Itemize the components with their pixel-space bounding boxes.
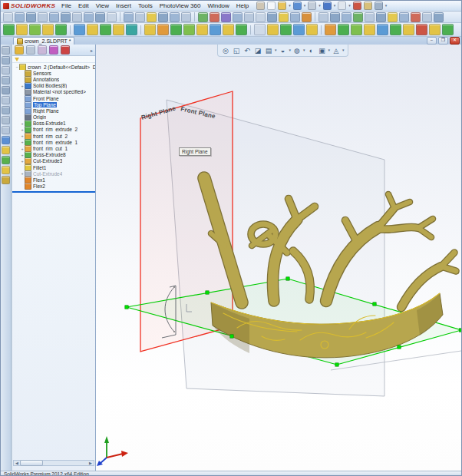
open-folder-icon[interactable]	[278, 2, 286, 10]
print-icon-caret[interactable]: ▾	[318, 2, 321, 9]
tree-item-front-rim-cut-2[interactable]: +front_rim_cut_2	[12, 133, 95, 139]
menu-insert[interactable]: Insert	[116, 2, 131, 9]
plane-tool-icon[interactable]	[318, 12, 328, 22]
scrollbar-thumb[interactable]	[20, 460, 43, 466]
fillet-icon[interactable]	[144, 24, 156, 35]
previous-view-icon[interactable]: ↶	[243, 46, 252, 55]
graphics-viewport[interactable]: ◎◱↶◪▤▾◒▾◍▾◐▣▾◬▾	[96, 45, 462, 471]
menu-tools[interactable]: Tools	[138, 2, 153, 9]
appearance-icon[interactable]	[442, 24, 454, 35]
tree-item-sensors[interactable]: Sensors	[12, 70, 95, 76]
boundary-boss-icon[interactable]	[55, 24, 67, 35]
curvature-icon[interactable]	[411, 12, 421, 22]
linear-pattern-icon[interactable]	[170, 24, 182, 35]
tree-item-top-plane[interactable]: Top Plane	[12, 101, 95, 107]
dimxpertmanager-tab[interactable]	[49, 45, 58, 55]
deform-icon[interactable]	[338, 24, 349, 35]
mirror-entities-icon[interactable]	[158, 12, 168, 22]
revolved-cut-icon[interactable]	[100, 24, 111, 35]
tree-item-cut-extrude3[interactable]: +Cut-Extrude3	[12, 158, 95, 164]
menu-photoview-360[interactable]: PhotoView 360	[160, 2, 201, 9]
print-icon[interactable]	[308, 2, 316, 10]
move-copy-body-icon[interactable]	[403, 24, 414, 35]
rollback-bar[interactable]	[12, 191, 95, 193]
tree-item-boss-extrude1[interactable]: +Boss-Extrude1	[12, 121, 95, 127]
scale-icon[interactable]	[429, 24, 441, 35]
curves-icon[interactable]	[293, 24, 305, 35]
text-tool-icon[interactable]	[302, 12, 312, 22]
filter-funnel-icon[interactable]	[15, 58, 19, 61]
mass-properties-icon[interactable]	[365, 12, 375, 22]
tree-item-boss-extrude8[interactable]: +Boss-Extrude8	[12, 152, 95, 158]
rectangle-tool-icon[interactable]	[49, 12, 59, 22]
scroll-left-arrow-icon[interactable]: ◀	[14, 461, 20, 465]
scroll-right-arrow-icon[interactable]: ▶	[87, 461, 94, 465]
tree-item-crown-2-default-default-di[interactable]: −crown_2 (Default<<Default>_Di	[12, 64, 95, 70]
menu-view[interactable]: View	[96, 2, 109, 9]
menu-window[interactable]: Window	[207, 2, 229, 9]
sketch-pattern-icon[interactable]	[170, 12, 180, 22]
instant3d-icon[interactable]	[306, 24, 318, 35]
menu-edit[interactable]: Edit	[78, 2, 89, 9]
lofted-boss-icon[interactable]	[42, 24, 54, 35]
zebra-stripes-icon[interactable]	[422, 12, 432, 22]
view-settings-icon[interactable]: ◬	[332, 46, 341, 55]
tree-item-annotations[interactable]: Annotations	[12, 76, 95, 82]
options-icon-caret[interactable]: ▾	[385, 2, 388, 9]
combine-icon[interactable]	[377, 24, 388, 35]
trim-entities-icon[interactable]	[124, 12, 134, 22]
tree-item-fillet1[interactable]: Fillet1	[12, 164, 95, 170]
point-tool-icon[interactable]	[290, 12, 300, 22]
tree-item-front-plane[interactable]: Front Plane	[12, 95, 95, 101]
extruded-cut-icon[interactable]	[74, 24, 85, 35]
view-orientation-icon[interactable]: ▤	[264, 46, 273, 55]
mirror-feature-icon[interactable]	[267, 24, 279, 35]
tree-item-solid-bodies-8[interactable]: +Solid Bodies(8)	[12, 83, 95, 89]
extruded-boss-icon[interactable]	[3, 24, 15, 35]
convert-entities-icon[interactable]	[135, 12, 145, 22]
tree-item-right-plane[interactable]: Right Plane	[12, 107, 95, 114]
rebuild-icon[interactable]	[353, 2, 361, 10]
hole-wizard-icon[interactable]	[87, 24, 98, 35]
tree-item-front-rim-cut-1[interactable]: +front_rim_cut_1	[12, 145, 95, 151]
menu-help[interactable]: Help	[236, 2, 249, 9]
section-view-icon[interactable]: ◪	[253, 46, 262, 55]
back-view-rail-icon[interactable]	[2, 96, 10, 104]
right-view-rail-icon[interactable]	[2, 116, 10, 124]
tree-item-flex2[interactable]: Flex2	[12, 183, 95, 190]
tree-item-cut-extrude4[interactable]: +Cut-Extrude4	[12, 170, 95, 177]
select-icon-caret[interactable]: ▾	[348, 2, 351, 9]
select-tool-icon[interactable]	[3, 12, 13, 22]
deviation-analysis-icon[interactable]	[434, 12, 444, 22]
chamfer-icon[interactable]	[157, 24, 169, 35]
tree-item-origin[interactable]: Origin	[12, 114, 95, 121]
apply-scene-icon-caret[interactable]: ▾	[328, 47, 331, 54]
dome-icon[interactable]	[254, 24, 266, 35]
measure-tool-icon[interactable]	[353, 12, 363, 22]
circular-pattern-icon[interactable]	[183, 24, 195, 35]
repair-sketch-icon[interactable]	[210, 12, 219, 22]
display-relations-icon[interactable]	[198, 12, 208, 22]
left-view-rail-icon[interactable]	[2, 106, 10, 114]
quick-snaps-icon[interactable]	[221, 12, 231, 22]
close-button[interactable]: ✕	[450, 37, 460, 45]
select-icon[interactable]	[338, 2, 346, 10]
edit-pencil-icon[interactable]	[256, 2, 265, 10]
spline-tool-icon[interactable]	[95, 12, 105, 22]
apply-scene-icon[interactable]: ▣	[318, 46, 327, 55]
menu-file[interactable]: File	[61, 2, 71, 9]
save-icon-caret[interactable]: ▾	[304, 2, 306, 9]
sketch-chamfer-icon[interactable]	[279, 12, 289, 22]
panel-expand-arrow-icon[interactable]: ▸	[91, 48, 93, 53]
rotate-view-rail-icon[interactable]	[2, 66, 10, 74]
sketch-tool-icon[interactable]	[15, 12, 25, 22]
zoom-to-fit-icon[interactable]: ◎	[221, 46, 230, 55]
delete-body-icon[interactable]	[416, 24, 427, 35]
propertymanager-tab[interactable]	[26, 45, 35, 55]
display-style-icon[interactable]: ◒	[279, 46, 288, 55]
offset-entities-icon[interactable]	[147, 12, 157, 22]
polygon-tool-icon[interactable]	[84, 12, 94, 22]
front-view-rail-icon[interactable]	[2, 86, 10, 94]
sketch-picture-icon[interactable]	[244, 12, 254, 22]
file-properties-icon[interactable]	[364, 2, 372, 10]
